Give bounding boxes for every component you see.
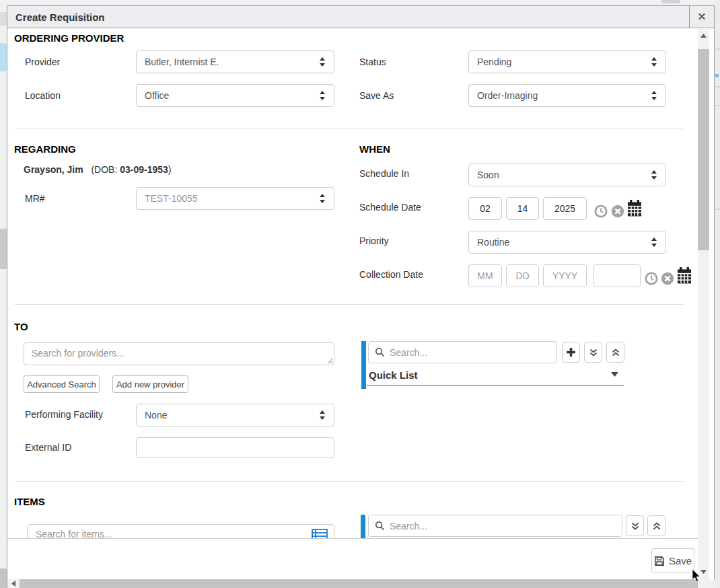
collection-calendar-icon[interactable] [677, 267, 692, 285]
close-icon: ✕ [698, 11, 707, 23]
provider-search-field[interactable] [24, 342, 334, 365]
to-panel-accent-bar [361, 341, 366, 389]
schedule-in-select[interactable]: Soon [468, 163, 666, 186]
select-caret-icon [319, 91, 326, 100]
scrollbar-left-arrow[interactable] [7, 579, 19, 588]
schedule-clock-icon[interactable] [594, 205, 608, 218]
background-right-strip [715, 0, 720, 588]
background-left-scroll-block [0, 229, 7, 269]
double-chevron-down-icon [631, 521, 640, 531]
background-right-line-2 [715, 86, 720, 87]
status-select[interactable]: Pending [468, 50, 666, 73]
to-title: TO [14, 321, 28, 332]
modal-header: Create Requisition [7, 5, 715, 28]
search-icon [375, 521, 385, 531]
performing-facility-label: Performing Facility [25, 409, 103, 420]
save-as-label: Save As [359, 90, 394, 101]
provider-search-textarea[interactable] [24, 342, 334, 365]
background-right-line-4 [715, 209, 720, 210]
section-divider [15, 481, 683, 482]
quick-list-header[interactable]: Quick List [369, 369, 418, 381]
collection-month-field[interactable] [468, 264, 502, 287]
scrollbar-up-arrow[interactable] [698, 31, 709, 40]
priority-select[interactable]: Routine [468, 231, 666, 254]
schedule-calendar-icon[interactable] [627, 200, 642, 217]
double-chevron-up-icon [611, 348, 620, 357]
save-icon [654, 556, 665, 566]
schedule-clear-icon[interactable] [611, 205, 624, 218]
to-panel-search-input[interactable] [390, 347, 550, 358]
background-left-bottom-block [0, 568, 7, 588]
patient-name: Grayson, Jim [24, 164, 83, 175]
collection-day-input[interactable] [506, 264, 539, 287]
select-caret-icon [651, 91, 657, 100]
items-expand-all-button[interactable] [626, 515, 644, 536]
screen: Create Requisition ✕ ORDERING PROVIDER P… [0, 0, 720, 588]
save-as-select[interactable]: Order-Imaging [468, 84, 666, 107]
priority-label: Priority [359, 235, 389, 246]
status-label: Status [359, 57, 386, 67]
mr-select[interactable]: TEST-10055 [136, 187, 334, 210]
collection-time-input[interactable] [593, 264, 641, 287]
items-panel-search-input[interactable] [390, 521, 616, 531]
resize-handle-icon[interactable] [327, 358, 333, 364]
patient-line: Grayson, Jim (DOB: 03-09-1953) [24, 164, 171, 175]
provider-label: Provider [25, 57, 60, 67]
select-caret-icon [319, 194, 326, 203]
collection-month-input[interactable] [468, 264, 502, 287]
close-button[interactable]: ✕ [689, 5, 715, 28]
collection-day-field[interactable] [506, 264, 539, 287]
save-button[interactable]: Save [651, 548, 694, 573]
background-left-blue-button [0, 43, 7, 71]
ordering-provider-title: ORDERING PROVIDER [14, 32, 124, 44]
external-id-input[interactable] [136, 437, 334, 458]
background-right-line-1 [715, 48, 720, 50]
external-id-field[interactable] [136, 437, 334, 458]
performing-facility-select[interactable]: None [136, 404, 334, 427]
patient-dob: 03-09-1953 [120, 164, 168, 175]
items-collapse-all-button[interactable] [647, 515, 665, 536]
mr-label: MR# [25, 193, 45, 204]
quick-list-underline [367, 385, 624, 385]
background-right-blue-dash [715, 74, 719, 77]
select-caret-icon [651, 170, 657, 180]
double-chevron-down-icon [589, 348, 598, 357]
collection-year-field[interactable] [543, 264, 587, 287]
provider-select[interactable]: Butler, Internist E. [136, 50, 334, 73]
quick-list-caret-icon[interactable] [611, 372, 618, 377]
add-provider-to-list-button[interactable] [562, 342, 580, 363]
vertical-scrollbar-thumb[interactable] [698, 49, 709, 250]
collection-clock-icon[interactable] [645, 272, 658, 285]
schedule-day-input[interactable] [506, 197, 539, 220]
background-left-grey-block [0, 12, 7, 26]
schedule-year-field[interactable] [543, 197, 587, 220]
dob-suffix: ) [168, 164, 172, 175]
dob-prefix: (DOB: [91, 164, 117, 175]
schedule-day-field[interactable] [506, 197, 539, 220]
expand-all-button[interactable] [584, 342, 602, 363]
mouse-cursor [692, 569, 701, 583]
background-top-grey-chip [661, 0, 680, 3]
collapse-all-button[interactable] [606, 342, 624, 363]
double-chevron-up-icon [652, 521, 661, 531]
collection-time-field[interactable] [593, 264, 641, 287]
regarding-title: REGARDING [14, 143, 76, 155]
collection-year-input[interactable] [543, 264, 587, 287]
when-title: WHEN [359, 143, 390, 155]
modal-title: Create Requisition [15, 11, 105, 23]
select-caret-icon [319, 57, 326, 67]
schedule-year-input[interactable] [543, 197, 587, 220]
location-select[interactable]: Office [136, 84, 334, 107]
add-new-provider-button[interactable]: Add new provider [112, 375, 188, 393]
advanced-search-button[interactable]: Advanced Search [24, 375, 100, 393]
schedule-in-label: Schedule In [359, 168, 409, 179]
schedule-month-input[interactable] [468, 197, 502, 220]
section-divider [15, 128, 683, 128]
to-panel-search-box[interactable] [368, 341, 557, 363]
horizontal-scrollbar-thumb[interactable] [20, 579, 698, 588]
items-panel-search-box[interactable] [368, 515, 622, 537]
select-caret-icon [651, 57, 657, 67]
schedule-month-field[interactable] [468, 197, 502, 220]
collection-clear-icon[interactable] [661, 272, 674, 285]
external-id-label: External ID [25, 442, 71, 453]
